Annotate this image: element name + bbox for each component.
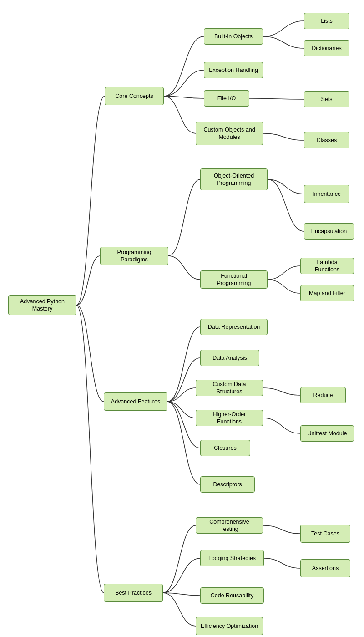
node-advanced_features: Advanced Features bbox=[104, 392, 167, 411]
node-lambda_functions: Lambda Functions bbox=[300, 258, 354, 274]
node-higher_order: Higher-Order Functions bbox=[196, 410, 263, 426]
node-data_representation: Data Representation bbox=[200, 319, 268, 335]
node-data_analysis: Data Analysis bbox=[200, 350, 259, 366]
node-classes: Classes bbox=[304, 132, 349, 148]
node-functional_prog: Functional Programming bbox=[200, 270, 268, 289]
node-unittest_module: Unittest Module bbox=[300, 425, 354, 442]
node-dictionaries: Dictionaries bbox=[304, 40, 349, 56]
node-reduce: Reduce bbox=[300, 387, 346, 403]
node-programming_paradigms: Programming Paradigms bbox=[100, 247, 168, 265]
node-file_io: File I/O bbox=[204, 90, 249, 107]
node-encapsulation: Encapsulation bbox=[304, 223, 354, 240]
node-code_reusability: Code Reusability bbox=[200, 587, 264, 604]
node-efficiency_optimization: Efficiency Optimization bbox=[196, 617, 263, 635]
node-map_filter: Map and Filter bbox=[300, 285, 354, 301]
node-lists: Lists bbox=[304, 13, 349, 29]
node-exception_handling: Exception Handling bbox=[204, 62, 263, 78]
node-best_practices: Best Practices bbox=[104, 584, 163, 602]
node-custom_data_structures: Custom Data Structures bbox=[196, 380, 263, 396]
node-test_cases: Test Cases bbox=[300, 525, 350, 543]
mind-map: Advanced Python MasteryCore ConceptsProg… bbox=[0, 0, 364, 637]
node-closures: Closures bbox=[200, 440, 250, 456]
node-descriptors: Descriptors bbox=[200, 476, 255, 493]
node-inheritance: Inheritance bbox=[304, 185, 349, 203]
node-logging_strategies: Logging Strategies bbox=[200, 550, 264, 566]
node-comprehensive_testing: Comprehensive Testing bbox=[196, 517, 263, 534]
node-custom_objects: Custom Objects and Modules bbox=[196, 122, 263, 145]
node-oop: Object-Oriented Programming bbox=[200, 168, 268, 190]
node-built_in_objects: Built-in Objects bbox=[204, 28, 263, 45]
node-assertions: Assertions bbox=[300, 559, 350, 577]
node-root: Advanced Python Mastery bbox=[8, 295, 76, 315]
node-core_concepts: Core Concepts bbox=[105, 87, 164, 105]
node-sets: Sets bbox=[304, 91, 349, 107]
